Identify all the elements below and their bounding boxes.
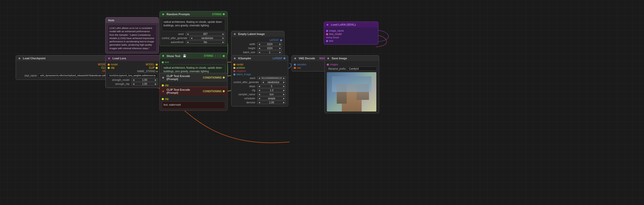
seed-slider[interactable]: ◀ 5012059895948118 ▶ — [257, 76, 286, 80]
node-dot — [108, 58, 110, 59]
input-label-samples: samples — [297, 63, 306, 66]
save-image-node: Save Image images filename_prefix ComfyU… — [325, 55, 379, 113]
output-port-string[interactable] — [223, 55, 225, 57]
output-label-latent: LATENT — [272, 57, 282, 60]
ksampler-node: KSampler LATENT model positive negative — [231, 55, 288, 106]
control-slider[interactable]: ◀ randomize ▶ — [189, 36, 225, 40]
input-port-negative[interactable] — [233, 70, 235, 72]
slider-left: ◀ — [133, 79, 134, 81]
random-prompt-text[interactable]: radical architecture, floating on clouds… — [162, 18, 225, 31]
control-label: control_after_generate — [162, 37, 188, 40]
strength-clip-slider[interactable]: ◀ 1.00 ▶ — [132, 82, 158, 86]
input-label-clip: clip — [111, 66, 115, 69]
node-title: VAE Decode — [299, 57, 315, 60]
note-node: Note LCM LoRA allows us to run a consist… — [105, 17, 159, 53]
clip-text-encode-neg-node: CLIP Text Encode (Prompt) CONDITIONING c… — [159, 87, 228, 111]
node-title: KSampler — [238, 57, 251, 60]
strength-model-slider[interactable]: ◀ 1.00 ▶ — [132, 78, 158, 82]
input-port-clip[interactable] — [162, 84, 164, 86]
input-label-model: model — [236, 63, 243, 66]
input-label-clip: clip — [165, 98, 169, 100]
input-label-latent: latent_image — [236, 73, 251, 76]
input-port-text[interactable] — [162, 61, 164, 63]
input-port-samples[interactable] — [294, 64, 296, 66]
width-label: width — [233, 43, 256, 46]
image-preview — [327, 72, 376, 111]
strength-model-value: 1.00 — [142, 79, 147, 81]
batch-slider[interactable]: ◀ 1 ▶ — [257, 50, 282, 54]
output-port-conditioning[interactable] — [223, 77, 225, 79]
node-dot — [327, 58, 329, 59]
input-port-2[interactable] — [326, 33, 328, 35]
node-dot — [327, 24, 328, 26]
lora-name-value[interactable]: lcmSDXL/pytorch_lora_weights.safetensors… — [108, 73, 158, 78]
output-port-latent[interactable] — [280, 39, 282, 41]
input-label-positive: positive — [236, 66, 245, 69]
field-arrow: ▶ — [154, 74, 156, 77]
input-port-positive[interactable] — [233, 67, 235, 69]
input-label-vae: vae — [297, 66, 301, 69]
filename-prefix-value[interactable]: ComfyUI — [347, 67, 377, 71]
output-port-latent[interactable] — [283, 57, 285, 59]
width-slider[interactable]: ◀ 1024 ▶ — [257, 42, 282, 46]
input-port-vae[interactable] — [294, 67, 296, 69]
input-label-negative: negative — [236, 70, 246, 72]
filename-prefix-text: ComfyUI — [349, 67, 359, 70]
output-port-string[interactable] — [223, 13, 225, 15]
input-label-2: lora_model — [329, 33, 342, 35]
output-label-string: STRING ⋮⋮⋮ — [204, 54, 222, 57]
output-port-clip[interactable] — [156, 67, 158, 69]
node-title: Show Text — [167, 54, 180, 58]
load-checkpoint-node: Load Checkpoint MODEL CLIP VAE ckpt_nam — [16, 55, 112, 80]
input-port-model[interactable] — [108, 64, 110, 66]
input-label-clip: clip — [165, 84, 169, 87]
control-after-slider[interactable]: ◀ randomize ▶ — [261, 80, 286, 84]
output-label-conditioning: CONDITIONING — [203, 90, 222, 93]
strength-model-label: strength_model — [108, 79, 131, 81]
node-title: CLIP Text Encode (Prompt) — [167, 74, 201, 81]
autorefresh-slider[interactable]: ◀ No ▶ — [186, 40, 225, 44]
steps-slider[interactable]: ◀ 5 ▶ — [257, 84, 286, 88]
strength-clip-label: strength_clip — [108, 83, 131, 85]
input-port-clip[interactable] — [162, 98, 164, 100]
input-label-3: text — [329, 40, 333, 42]
input-port[interactable] — [326, 30, 328, 32]
node-dot — [294, 58, 296, 59]
output-port-conditioning[interactable] — [223, 90, 225, 92]
seed-label: seed — [162, 33, 185, 35]
input-port-images[interactable] — [327, 64, 329, 66]
lora-name-text: lcmSDXL/pytorch_lora_weights.safetensors — [109, 74, 154, 77]
neg-text-content[interactable]: text, watermark — [162, 101, 225, 109]
node-title: Random Prompts — [167, 13, 190, 16]
save-icon[interactable]: 💾 — [183, 54, 186, 58]
height-slider[interactable]: ◀ 1024 ▶ — [257, 46, 282, 50]
node-dot — [162, 90, 164, 92]
output-port-model[interactable] — [156, 64, 158, 66]
output-label-clip: CLIP — [149, 66, 155, 69]
node-title: Load LoRA (SDXL) — [331, 23, 356, 26]
note-text[interactable]: LCM LoRA allows us to run a consistent m… — [108, 25, 156, 52]
node-dot — [162, 55, 164, 57]
output-label-conditioning: CONDITIONING — [203, 76, 222, 79]
seed-slider[interactable]: ◀ 657 ▶ — [186, 32, 225, 36]
height-label: height — [233, 47, 256, 50]
input-port-3[interactable] — [326, 40, 328, 42]
node-title: Save Image — [332, 57, 347, 60]
input-port-model[interactable] — [233, 64, 235, 66]
node-dot — [234, 58, 236, 59]
ckpt-name-label: ckpt_name — [18, 74, 38, 77]
node-dot — [19, 58, 20, 59]
sampler-slider[interactable]: ◀ lcm ▶ — [257, 92, 286, 96]
cfg-slider[interactable]: ◀ 1.0 ▶ — [257, 88, 286, 92]
load-lora-node: Load Lora model MODEL clip CLIP NAME_STR… — [105, 55, 160, 88]
slider-right: ▶ — [155, 83, 156, 85]
input-port-latent[interactable] — [233, 73, 235, 76]
input-label-images: images — [330, 63, 338, 66]
batch-label: batch_size — [233, 51, 256, 54]
output-label-latent: LATENT — [269, 39, 279, 42]
ckpt-name-text: sdxl_dynavisionXLAllInOneStylized_releas… — [40, 74, 114, 77]
input-port-clip[interactable] — [108, 67, 110, 69]
scheduler-slider[interactable]: ◀ simple ▶ — [257, 97, 286, 100]
denoise-slider[interactable]: ◀ 1.00 ▶ — [257, 101, 286, 104]
purple-node: Load LoRA (SDXL) image_name lora_model S… — [324, 22, 378, 45]
